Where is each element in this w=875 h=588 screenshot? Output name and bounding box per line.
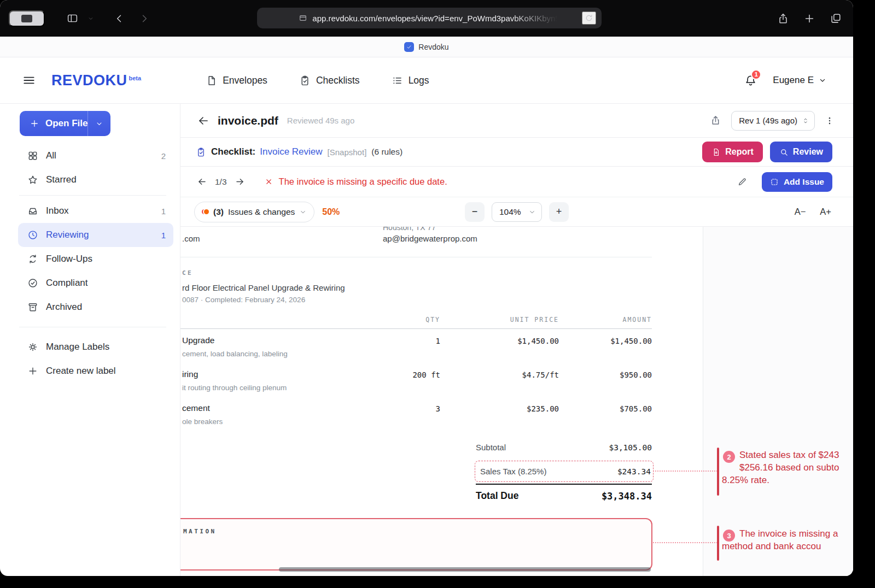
notification-badge: 1 — [751, 69, 761, 80]
edit-issue-button[interactable] — [737, 177, 748, 187]
section-label-fragment: CE — [182, 269, 193, 277]
back-to-list-button[interactable] — [197, 114, 210, 127]
open-file-dropdown[interactable] — [88, 111, 110, 136]
section-rule — [180, 257, 652, 257]
sales-tax-highlight-box[interactable]: Sales Tax (8.25%) $243.34 — [475, 461, 654, 482]
zoom-out-button[interactable]: − — [465, 202, 485, 222]
table-header-row: QTY UNIT PRICE AMOUNT — [180, 316, 652, 324]
zoom-level-select[interactable]: 104% — [492, 202, 542, 222]
review-button[interactable]: Review — [770, 142, 832, 162]
favicon-check-icon — [404, 42, 414, 52]
url-bar[interactable]: app.revdoku.com/envelopes/view?id=env_Po… — [257, 8, 602, 28]
annotation-connector — [653, 471, 718, 472]
document-icon — [206, 75, 217, 86]
reload-icon — [585, 14, 593, 22]
annotation-text[interactable]: 8.25% rate. — [722, 475, 769, 486]
project-meta-line: 0087 · Completed: February 24, 2026 — [182, 296, 305, 304]
nav-logs[interactable]: Logs — [392, 75, 429, 86]
col-amount: AMOUNT — [559, 316, 652, 324]
snapshot-tag: [Snapshot] — [328, 148, 367, 157]
sidebar-nav: All 2 Starred Inbox 1 Reviewing 1 — [0, 144, 180, 383]
clipboard-check-icon — [299, 75, 311, 86]
beta-tag: beta — [129, 75, 142, 81]
nav-checklists[interactable]: Checklists — [299, 75, 360, 86]
nav-envelopes[interactable]: Envelopes — [206, 75, 267, 86]
upload-icon — [710, 115, 721, 126]
arrow-left-icon — [197, 114, 210, 127]
new-tab-button[interactable] — [801, 10, 818, 27]
sidebar-item-all[interactable]: All 2 — [18, 144, 173, 168]
sidebar-chevron-button[interactable] — [82, 10, 100, 27]
issues-filter-dropdown[interactable]: (3) Issues & changes — [194, 202, 314, 222]
payment-info-label-fragment: MATION — [183, 528, 217, 535]
grid-icon — [27, 150, 38, 161]
url-text: app.revdoku.com/envelopes/view?id=env_Po… — [312, 14, 559, 23]
more-options-button[interactable] — [825, 115, 835, 126]
revision-select[interactable]: Rev 1 (49s ago) — [731, 111, 815, 131]
reload-button[interactable] — [582, 11, 596, 25]
header-right: 1 Eugene E — [744, 74, 827, 87]
report-button[interactable]: Report — [702, 142, 763, 162]
annotation-text[interactable]: $256.16 based on subto — [739, 462, 839, 473]
tab-title[interactable]: Revdoku — [418, 43, 448, 51]
inbox-icon — [27, 205, 38, 216]
annotation-text[interactable]: method and bank accou — [722, 541, 821, 552]
app-logo: REVDOKUbeta — [51, 72, 141, 89]
sidebar-item-compliant[interactable]: Compliant — [18, 271, 173, 295]
hamburger-icon — [22, 73, 36, 87]
issue-bar: 1/3 The invoice is missing a specific du… — [180, 167, 853, 197]
table-row: iringit routing through ceiling plenum 2… — [180, 369, 652, 392]
share-button[interactable] — [774, 10, 792, 27]
export-button[interactable] — [710, 115, 721, 126]
user-name: Eugene E — [773, 75, 814, 86]
chevron-down-icon — [95, 120, 103, 128]
checklist-name-link[interactable]: Invoice Review — [260, 146, 322, 157]
sidebar-toggle-button[interactable] — [63, 10, 81, 27]
main-panel: invoice.pdf Reviewed 49s ago Rev 1 (49s … — [180, 104, 853, 576]
chevron-down-icon — [528, 208, 536, 216]
x-icon — [265, 178, 273, 186]
sidebar-manage-labels[interactable]: Manage Labels — [18, 335, 173, 359]
clipped-address-line: Houston, TX 77 — [383, 227, 436, 232]
menu-button[interactable] — [22, 73, 36, 87]
sidebar-item-starred[interactable]: Starred — [18, 168, 173, 192]
horizontal-scrollbar[interactable] — [279, 567, 651, 572]
annotation-text[interactable]: The invoice is missing a — [739, 528, 838, 539]
annotation-badge[interactable]: 3 — [723, 530, 735, 542]
open-file-button[interactable]: Open File — [20, 111, 110, 136]
sidebar-item-reviewing[interactable]: Reviewing 1 — [18, 223, 173, 247]
annotation-text[interactable]: Stated sales tax of $243 — [739, 450, 839, 461]
page-margin-divider — [703, 227, 703, 576]
report-icon — [711, 148, 721, 157]
tab-overview-button[interactable] — [827, 10, 844, 27]
user-menu[interactable]: Eugene E — [773, 75, 827, 86]
zoom-in-button[interactable]: + — [549, 202, 569, 222]
share-icon — [777, 13, 789, 25]
payment-info-highlight-box[interactable]: MATION — [180, 518, 652, 571]
font-decrease-button[interactable]: A− — [795, 207, 806, 217]
sidebar-item-inbox[interactable]: Inbox 1 — [18, 199, 173, 223]
annotation-marker-bar — [717, 526, 719, 561]
add-issue-button[interactable]: Add Issue — [762, 172, 832, 192]
browser-window: app.revdoku.com/envelopes/view?id=env_Po… — [0, 0, 853, 576]
previous-issue-button[interactable] — [197, 177, 207, 187]
dashed-square-icon — [770, 178, 779, 186]
issue-index: 1/3 — [215, 177, 227, 187]
sidebar-create-label[interactable]: Create new label — [18, 359, 173, 383]
sidebar-item-follow-ups[interactable]: Follow-Ups — [18, 247, 173, 271]
check-icon — [406, 44, 412, 50]
vendor-email-fragment: .com — [182, 234, 200, 243]
sidebar-item-archived[interactable]: Archived — [18, 295, 173, 319]
font-increase-button[interactable]: A+ — [820, 207, 831, 217]
back-button[interactable] — [110, 10, 128, 27]
next-issue-button[interactable] — [235, 177, 245, 187]
window-controls-pill[interactable] — [9, 10, 45, 27]
tabs-icon — [830, 13, 842, 25]
forward-button[interactable] — [136, 10, 153, 27]
annotation-badge[interactable]: 2 — [723, 451, 735, 463]
client-email: ap@bridgewaterprop.com — [383, 234, 477, 243]
notifications-button[interactable]: 1 — [744, 74, 757, 87]
chevron-down-icon — [299, 208, 307, 216]
document-viewer: Houston, TX 77 .com ap@bridgewaterprop.c… — [180, 227, 853, 576]
chrome-right-controls — [774, 0, 844, 37]
